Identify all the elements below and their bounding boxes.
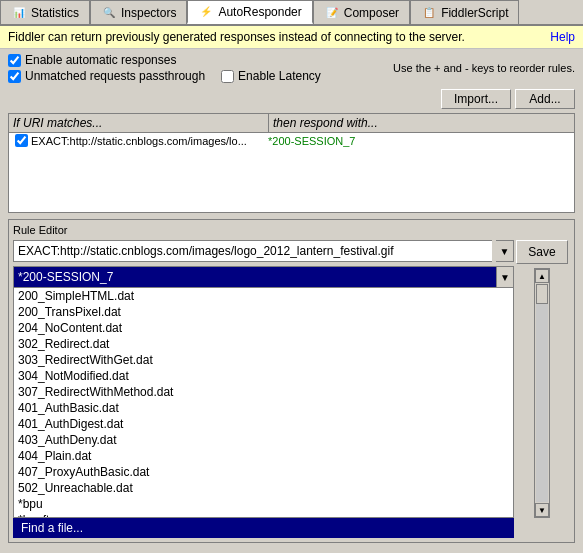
- scrollbar-track: [536, 284, 548, 502]
- scrollbar-up-btn[interactable]: ▲: [535, 269, 549, 283]
- uri-dropdown-arrow[interactable]: ▼: [496, 240, 514, 262]
- info-bar: Fiddler can return previously generated …: [0, 26, 583, 49]
- enable-latency-label[interactable]: Enable Latency: [221, 69, 321, 83]
- dropdown-item[interactable]: 304_NotModified.dat: [14, 368, 513, 384]
- options-row: Enable automatic responses Unmatched req…: [0, 49, 583, 87]
- tab-fiddlerscript[interactable]: 📋 FiddlerScript: [410, 0, 519, 24]
- enable-latency-checkbox[interactable]: [221, 70, 234, 83]
- autoresponder-icon: ⚡: [198, 4, 214, 20]
- response-value: *200-SESSION_7: [18, 270, 113, 284]
- dropdown-item[interactable]: 302_Redirect.dat: [14, 336, 513, 352]
- info-text: Fiddler can return previously generated …: [8, 30, 465, 44]
- table-body: EXACT:http://static.cnblogs.com/images/l…: [8, 133, 575, 213]
- dropdown-item[interactable]: 204_NoContent.dat: [14, 320, 513, 336]
- row-check-input[interactable]: [15, 134, 28, 147]
- row-uri-cell: EXACT:http://static.cnblogs.com/images/l…: [31, 135, 268, 147]
- dropdown-item[interactable]: 200_TransPixel.dat: [14, 304, 513, 320]
- rule-editor-title: Rule Editor: [13, 224, 570, 236]
- dropdown-item[interactable]: 401_AuthDigest.dat: [14, 416, 513, 432]
- scrollbar-thumb[interactable]: [536, 284, 548, 304]
- find-file-bar[interactable]: Find a file...: [13, 518, 514, 538]
- uri-input[interactable]: [13, 240, 492, 262]
- tab-statistics[interactable]: 📊 Statistics: [0, 0, 90, 24]
- response-selector: *200-SESSION_7 ▼: [13, 266, 514, 288]
- rule-editor: Rule Editor ▼ *200-SESSION_7 ▼ 200_Simpl…: [8, 219, 575, 543]
- buttons-row: Import... Add...: [0, 87, 583, 113]
- options-right: Use the + and - keys to reorder rules.: [393, 62, 575, 74]
- dropdown-item[interactable]: *bpu: [14, 496, 513, 512]
- unmatched-checkbox[interactable]: [8, 70, 21, 83]
- options-left: Enable automatic responses Unmatched req…: [8, 53, 321, 83]
- table-header: If URI matches... then respond with...: [8, 113, 575, 133]
- tab-bar: 📊 Statistics 🔍 Inspectors ⚡ AutoResponde…: [0, 0, 583, 26]
- enable-auto-checkbox[interactable]: [8, 54, 21, 67]
- inspectors-icon: 🔍: [101, 5, 117, 21]
- row-response-cell: *200-SESSION_7: [268, 135, 572, 147]
- uri-input-row: ▼: [13, 240, 514, 262]
- tab-inspectors[interactable]: 🔍 Inspectors: [90, 0, 187, 24]
- dropdown-item[interactable]: 307_RedirectWithMethod.dat: [14, 384, 513, 400]
- statistics-icon: 📊: [11, 5, 27, 21]
- composer-icon: 📝: [324, 5, 340, 21]
- dropdown-item[interactable]: 403_AuthDeny.dat: [14, 432, 513, 448]
- dropdown-item[interactable]: 303_RedirectWithGet.dat: [14, 352, 513, 368]
- tab-composer[interactable]: 📝 Composer: [313, 0, 410, 24]
- help-link[interactable]: Help: [550, 30, 575, 44]
- save-button[interactable]: Save: [516, 240, 568, 264]
- reorder-hint: Use the + and - keys to reorder rules.: [393, 62, 575, 74]
- add-button[interactable]: Add...: [515, 89, 575, 109]
- col-uri-header: If URI matches...: [9, 114, 269, 132]
- dropdown-list[interactable]: 200_SimpleHTML.dat 200_TransPixel.dat 20…: [13, 288, 514, 518]
- row-checkbox-cell: [11, 134, 31, 147]
- rule-inputs-area: ▼ *200-SESSION_7 ▼ 200_SimpleHTML.dat 20…: [13, 240, 514, 538]
- response-dropdown-arrow[interactable]: ▼: [496, 266, 514, 288]
- import-button[interactable]: Import...: [441, 89, 511, 109]
- col-response-header: then respond with...: [269, 114, 574, 132]
- dropdown-item[interactable]: 401_AuthBasic.dat: [14, 400, 513, 416]
- table-row[interactable]: EXACT:http://static.cnblogs.com/images/l…: [9, 133, 574, 148]
- dropdown-item[interactable]: 502_Unreachable.dat: [14, 480, 513, 496]
- scrollbar-down-btn[interactable]: ▼: [535, 503, 549, 517]
- rule-editor-inner: ▼ *200-SESSION_7 ▼ 200_SimpleHTML.dat 20…: [13, 240, 570, 538]
- response-text-field[interactable]: *200-SESSION_7: [13, 266, 496, 288]
- dropdown-item[interactable]: 200_SimpleHTML.dat: [14, 288, 513, 304]
- unmatched-label[interactable]: Unmatched requests passthrough: [8, 69, 205, 83]
- dropdown-item[interactable]: 404_Plain.dat: [14, 448, 513, 464]
- enable-auto-label[interactable]: Enable automatic responses: [8, 53, 321, 67]
- dropdown-item[interactable]: 407_ProxyAuthBasic.dat: [14, 464, 513, 480]
- tab-autoresponder[interactable]: ⚡ AutoResponder: [187, 0, 312, 24]
- fiddlerscript-icon: 📋: [421, 5, 437, 21]
- side-save-area: Save ▲ ▼: [514, 240, 570, 538]
